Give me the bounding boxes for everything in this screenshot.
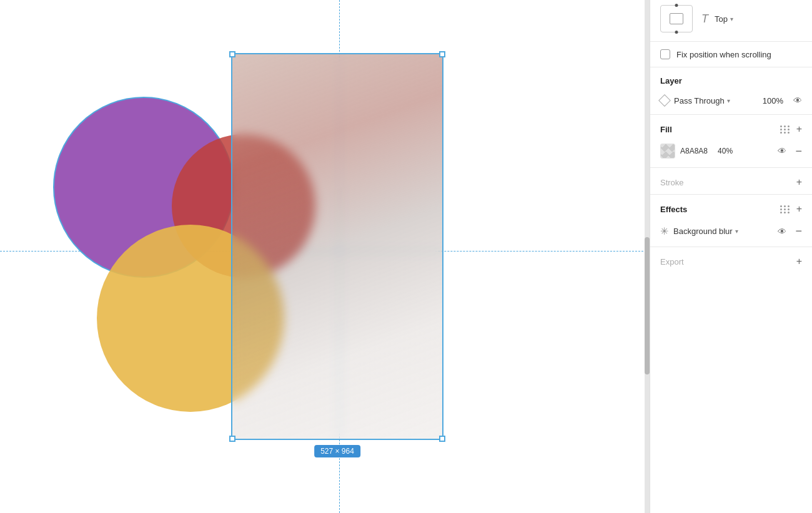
alignment-chevron: ▾	[730, 16, 733, 22]
fill-header: Fill +	[650, 115, 812, 141]
fill-visibility-icon[interactable]: 👁	[778, 146, 786, 156]
fix-position-label: Fix position when scrolling	[676, 50, 771, 59]
canvas-scrollbar[interactable]	[645, 0, 650, 513]
stroke-add-button[interactable]: +	[796, 177, 802, 188]
resize-handle-tl[interactable]	[229, 51, 235, 57]
fill-actions: +	[780, 124, 802, 135]
background-blur-chevron: ▾	[735, 228, 738, 235]
stroke-actions: +	[796, 177, 802, 188]
fill-hex-value[interactable]: A8A8A8	[680, 147, 708, 155]
right-panel: T Top ▾ Fix position when scrolling Laye…	[650, 0, 812, 513]
fill-swatch[interactable]	[660, 144, 675, 159]
layer-header: Layer	[650, 67, 812, 92]
layer-title: Layer	[660, 76, 682, 86]
text-cursor-icon: T	[701, 12, 708, 26]
effects-add-button[interactable]: +	[796, 203, 802, 215]
resize-handle-tr[interactable]	[439, 51, 445, 57]
canvas-scrollbar-thumb[interactable]	[645, 237, 650, 374]
fill-add-button[interactable]: +	[796, 124, 802, 135]
resize-handle-br[interactable]	[439, 436, 445, 442]
background-blur-label: Background blur	[673, 227, 733, 236]
effects-dots-icon[interactable]	[780, 205, 790, 213]
fill-row: A8A8A8 40% 👁 −	[650, 141, 812, 167]
alignment-section: T Top ▾	[650, 0, 812, 42]
canvas: 527 × 964	[0, 0, 650, 513]
fill-dots-icon[interactable]	[780, 125, 790, 134]
fill-remove-button[interactable]: −	[795, 145, 802, 158]
layer-section: Layer Pass Through ▾ 100% 👁	[650, 67, 812, 114]
export-actions: +	[796, 256, 802, 267]
blend-mode-dropdown[interactable]: Pass Through ▾	[674, 96, 730, 105]
fill-title: Fill	[660, 125, 672, 134]
blend-mode-label: Pass Through	[674, 96, 725, 105]
export-title: Export	[660, 257, 684, 266]
layer-visibility-icon[interactable]: 👁	[793, 95, 802, 105]
export-section: Export +	[650, 247, 812, 273]
export-header: Export +	[650, 247, 812, 273]
align-dot-top	[675, 4, 678, 7]
selected-rectangle[interactable]: 527 × 964	[231, 53, 443, 440]
layer-row: Pass Through ▾ 100% 👁	[650, 92, 812, 114]
alignment-dropdown[interactable]: Top ▾	[715, 14, 733, 24]
effects-remove-button[interactable]: −	[795, 225, 802, 238]
blend-mode-chevron: ▾	[727, 97, 730, 104]
blend-mode-icon	[658, 94, 671, 107]
background-blur-icon: ✳	[660, 225, 668, 237]
resize-handle-bl[interactable]	[229, 436, 235, 442]
fill-section: Fill + A8A8A8 40% 👁 −	[650, 114, 812, 167]
effects-actions: +	[780, 203, 802, 215]
stroke-header: Stroke +	[650, 168, 812, 194]
alignment-label: Top	[715, 14, 728, 24]
fix-position-row: Fix position when scrolling	[650, 42, 812, 67]
effects-section: Effects + ✳ Background blur ▾ 👁 −	[650, 194, 812, 247]
stroke-section: Stroke +	[650, 167, 812, 194]
align-box-inner	[670, 13, 683, 24]
stroke-title: Stroke	[660, 178, 684, 187]
fix-position-checkbox[interactable]	[660, 49, 670, 59]
effects-visibility-icon[interactable]: 👁	[778, 227, 786, 237]
export-add-button[interactable]: +	[796, 256, 802, 267]
effects-row: ✳ Background blur ▾ 👁 −	[650, 221, 812, 247]
fill-opacity-value[interactable]: 40%	[718, 147, 733, 155]
align-dot-bottom	[675, 31, 678, 34]
effects-title: Effects	[660, 205, 687, 214]
background-blur-dropdown[interactable]: Background blur ▾	[673, 227, 738, 236]
layer-opacity[interactable]: 100%	[763, 96, 783, 105]
effects-header: Effects +	[650, 195, 812, 221]
alignment-box	[660, 5, 693, 32]
dimension-badge: 527 × 964	[314, 445, 360, 457]
